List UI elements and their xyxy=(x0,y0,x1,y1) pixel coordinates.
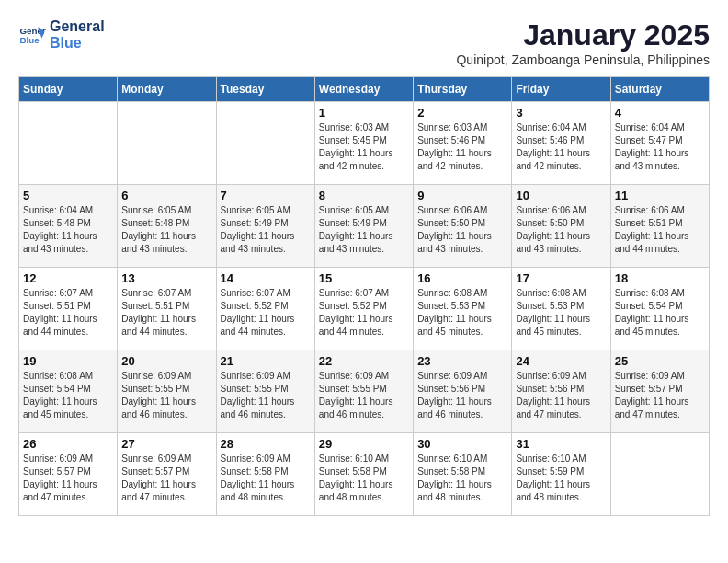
day-info: Sunrise: 6:08 AM Sunset: 5:53 PM Dayligh… xyxy=(516,287,606,339)
calendar-cell: 18Sunrise: 6:08 AM Sunset: 5:54 PM Dayli… xyxy=(610,268,709,350)
day-number: 29 xyxy=(319,437,409,451)
logo: General Blue General Blue xyxy=(18,18,105,51)
month-year-title: January 2025 xyxy=(456,18,710,52)
calendar-cell: 4Sunrise: 6:04 AM Sunset: 5:47 PM Daylig… xyxy=(610,102,709,185)
weekday-header-sunday: Sunday xyxy=(19,77,118,102)
logo-text-general: General xyxy=(50,18,105,35)
calendar-cell: 21Sunrise: 6:09 AM Sunset: 5:55 PM Dayli… xyxy=(216,350,314,433)
svg-text:Blue: Blue xyxy=(20,35,40,45)
day-number: 15 xyxy=(319,271,409,285)
calendar-cell: 1Sunrise: 6:03 AM Sunset: 5:45 PM Daylig… xyxy=(314,102,413,185)
day-info: Sunrise: 6:09 AM Sunset: 5:57 PM Dayligh… xyxy=(23,453,113,504)
calendar-cell xyxy=(216,102,314,185)
day-info: Sunrise: 6:09 AM Sunset: 5:55 PM Dayligh… xyxy=(221,370,311,421)
week-row-3: 12Sunrise: 6:07 AM Sunset: 5:51 PM Dayli… xyxy=(19,268,710,350)
day-number: 3 xyxy=(516,106,606,120)
week-row-2: 5Sunrise: 6:04 AM Sunset: 5:48 PM Daylig… xyxy=(19,185,710,268)
logo-icon: General Blue xyxy=(18,21,46,49)
calendar-cell: 14Sunrise: 6:07 AM Sunset: 5:52 PM Dayli… xyxy=(216,268,314,350)
day-number: 21 xyxy=(221,354,311,368)
day-info: Sunrise: 6:09 AM Sunset: 5:57 PM Dayligh… xyxy=(121,453,211,504)
day-info: Sunrise: 6:07 AM Sunset: 5:51 PM Dayligh… xyxy=(121,287,211,339)
calendar-table: SundayMondayTuesdayWednesdayThursdayFrid… xyxy=(18,76,710,516)
calendar-cell: 19Sunrise: 6:08 AM Sunset: 5:54 PM Dayli… xyxy=(19,350,118,433)
day-number: 8 xyxy=(319,189,409,202)
day-number: 9 xyxy=(417,189,507,202)
day-number: 25 xyxy=(615,354,705,368)
weekday-header-friday: Friday xyxy=(512,77,610,102)
day-info: Sunrise: 6:07 AM Sunset: 5:52 PM Dayligh… xyxy=(221,287,311,339)
day-number: 17 xyxy=(516,271,606,285)
calendar-cell: 30Sunrise: 6:10 AM Sunset: 5:58 PM Dayli… xyxy=(414,433,512,516)
day-info: Sunrise: 6:10 AM Sunset: 5:58 PM Dayligh… xyxy=(319,453,409,504)
page-header: General Blue General Blue January 2025 Q… xyxy=(18,18,710,67)
calendar-cell: 2Sunrise: 6:03 AM Sunset: 5:46 PM Daylig… xyxy=(414,102,512,185)
calendar-cell: 24Sunrise: 6:09 AM Sunset: 5:56 PM Dayli… xyxy=(512,350,610,433)
calendar-cell: 26Sunrise: 6:09 AM Sunset: 5:57 PM Dayli… xyxy=(19,433,118,516)
week-row-5: 26Sunrise: 6:09 AM Sunset: 5:57 PM Dayli… xyxy=(19,433,710,516)
weekday-header-tuesday: Tuesday xyxy=(216,77,314,102)
day-info: Sunrise: 6:09 AM Sunset: 5:58 PM Dayligh… xyxy=(221,453,311,504)
day-number: 23 xyxy=(417,354,507,368)
day-info: Sunrise: 6:05 AM Sunset: 5:49 PM Dayligh… xyxy=(221,204,311,256)
day-number: 27 xyxy=(121,437,211,451)
calendar-cell xyxy=(19,102,118,185)
calendar-cell: 27Sunrise: 6:09 AM Sunset: 5:57 PM Dayli… xyxy=(118,433,216,516)
day-number: 2 xyxy=(417,106,507,120)
calendar-cell: 8Sunrise: 6:05 AM Sunset: 5:49 PM Daylig… xyxy=(314,185,413,268)
day-info: Sunrise: 6:07 AM Sunset: 5:52 PM Dayligh… xyxy=(319,287,409,339)
day-number: 20 xyxy=(121,354,211,368)
calendar-cell: 11Sunrise: 6:06 AM Sunset: 5:51 PM Dayli… xyxy=(610,185,709,268)
day-number: 31 xyxy=(516,437,606,451)
day-number: 14 xyxy=(221,271,311,285)
day-number: 26 xyxy=(23,437,113,451)
day-info: Sunrise: 6:08 AM Sunset: 5:54 PM Dayligh… xyxy=(23,370,113,421)
day-number: 7 xyxy=(221,189,311,202)
day-info: Sunrise: 6:03 AM Sunset: 5:45 PM Dayligh… xyxy=(319,121,409,173)
weekday-header-wednesday: Wednesday xyxy=(314,77,413,102)
day-info: Sunrise: 6:10 AM Sunset: 5:58 PM Dayligh… xyxy=(417,453,507,504)
weekday-header-saturday: Saturday xyxy=(610,77,709,102)
day-info: Sunrise: 6:08 AM Sunset: 5:53 PM Dayligh… xyxy=(417,287,507,339)
day-info: Sunrise: 6:06 AM Sunset: 5:51 PM Dayligh… xyxy=(615,204,705,256)
calendar-cell: 6Sunrise: 6:05 AM Sunset: 5:48 PM Daylig… xyxy=(118,185,216,268)
weekday-header-row: SundayMondayTuesdayWednesdayThursdayFrid… xyxy=(19,77,710,102)
day-number: 19 xyxy=(23,354,113,368)
day-number: 11 xyxy=(615,189,705,202)
calendar-cell: 5Sunrise: 6:04 AM Sunset: 5:48 PM Daylig… xyxy=(19,185,118,268)
day-number: 28 xyxy=(221,437,311,451)
calendar-cell: 3Sunrise: 6:04 AM Sunset: 5:46 PM Daylig… xyxy=(512,102,610,185)
calendar-cell: 28Sunrise: 6:09 AM Sunset: 5:58 PM Dayli… xyxy=(216,433,314,516)
calendar-cell: 15Sunrise: 6:07 AM Sunset: 5:52 PM Dayli… xyxy=(314,268,413,350)
day-info: Sunrise: 6:09 AM Sunset: 5:56 PM Dayligh… xyxy=(516,370,606,421)
calendar-cell: 20Sunrise: 6:09 AM Sunset: 5:55 PM Dayli… xyxy=(118,350,216,433)
calendar-cell: 23Sunrise: 6:09 AM Sunset: 5:56 PM Dayli… xyxy=(414,350,512,433)
day-info: Sunrise: 6:09 AM Sunset: 5:57 PM Dayligh… xyxy=(615,370,705,421)
day-number: 18 xyxy=(615,271,705,285)
day-info: Sunrise: 6:10 AM Sunset: 5:59 PM Dayligh… xyxy=(516,453,606,504)
calendar-cell: 10Sunrise: 6:06 AM Sunset: 5:50 PM Dayli… xyxy=(512,185,610,268)
calendar-cell: 22Sunrise: 6:09 AM Sunset: 5:55 PM Dayli… xyxy=(314,350,413,433)
week-row-4: 19Sunrise: 6:08 AM Sunset: 5:54 PM Dayli… xyxy=(19,350,710,433)
calendar-cell: 9Sunrise: 6:06 AM Sunset: 5:50 PM Daylig… xyxy=(414,185,512,268)
day-info: Sunrise: 6:09 AM Sunset: 5:56 PM Dayligh… xyxy=(417,370,507,421)
calendar-cell: 25Sunrise: 6:09 AM Sunset: 5:57 PM Dayli… xyxy=(610,350,709,433)
day-info: Sunrise: 6:08 AM Sunset: 5:54 PM Dayligh… xyxy=(615,287,705,339)
location-subtitle: Quinipot, Zamboanga Peninsula, Philippin… xyxy=(456,52,710,67)
day-number: 6 xyxy=(121,189,211,202)
day-info: Sunrise: 6:04 AM Sunset: 5:47 PM Dayligh… xyxy=(615,121,705,173)
day-info: Sunrise: 6:04 AM Sunset: 5:48 PM Dayligh… xyxy=(23,204,113,256)
day-info: Sunrise: 6:09 AM Sunset: 5:55 PM Dayligh… xyxy=(121,370,211,421)
calendar-cell: 7Sunrise: 6:05 AM Sunset: 5:49 PM Daylig… xyxy=(216,185,314,268)
day-number: 4 xyxy=(615,106,705,120)
calendar-cell: 29Sunrise: 6:10 AM Sunset: 5:58 PM Dayli… xyxy=(314,433,413,516)
calendar-cell: 13Sunrise: 6:07 AM Sunset: 5:51 PM Dayli… xyxy=(118,268,216,350)
day-info: Sunrise: 6:05 AM Sunset: 5:48 PM Dayligh… xyxy=(121,204,211,256)
day-info: Sunrise: 6:06 AM Sunset: 5:50 PM Dayligh… xyxy=(417,204,507,256)
calendar-cell: 31Sunrise: 6:10 AM Sunset: 5:59 PM Dayli… xyxy=(512,433,610,516)
day-number: 24 xyxy=(516,354,606,368)
weekday-header-thursday: Thursday xyxy=(414,77,512,102)
calendar-cell: 16Sunrise: 6:08 AM Sunset: 5:53 PM Dayli… xyxy=(414,268,512,350)
day-info: Sunrise: 6:09 AM Sunset: 5:55 PM Dayligh… xyxy=(319,370,409,421)
logo-text-blue: Blue xyxy=(50,35,105,52)
